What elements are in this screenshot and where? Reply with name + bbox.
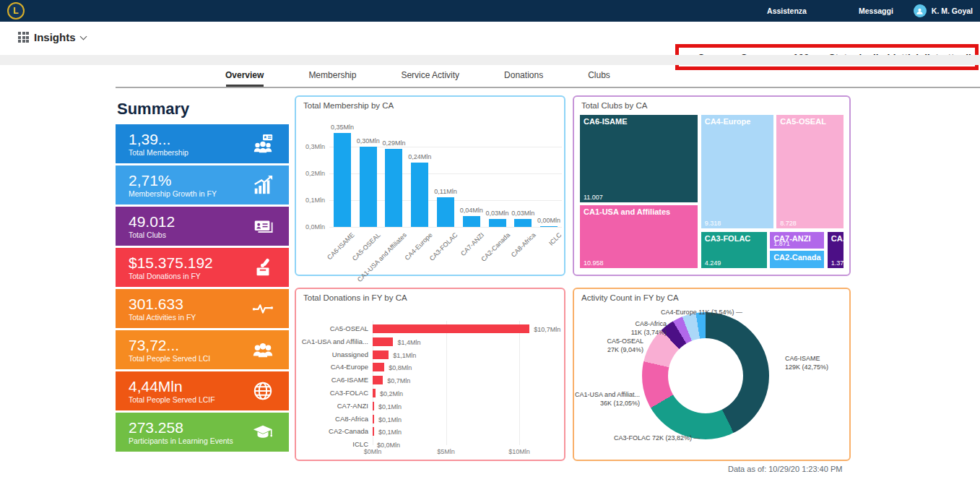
gray-strip [0,55,980,65]
bar-value-label: $0,1Mln [378,429,402,436]
treemap-tile-CA2-Canada[interactable]: CA2-Canada [769,250,825,269]
summary-card-learning-events[interactable]: 273.258 Participants in Learning Events [116,413,289,452]
card-value: 1,39... [129,131,188,147]
report-tabs: Overview Membership Service Activity Don… [225,70,610,80]
treemap-tile-CA4-Europe[interactable]: CA4-Europe9.318 [701,114,774,229]
bar-value-label: $1,4Mln [397,339,420,346]
people-group-icon [251,338,274,361]
tab-donations[interactable]: Donations [504,70,543,80]
tab-overview[interactable]: Overview [225,70,264,80]
donut-label: CA1-USA and Affiliat...36K (12,05%) [575,390,640,408]
card-value: 273.258 [129,419,233,436]
chart-title: Total Clubs by CA [581,101,647,110]
donut-hole [668,338,743,413]
tile-name: CA2-Canada [773,253,824,262]
insights-label: Insights [34,31,76,43]
card-value: 301.633 [129,296,196,312]
card-label: Participants in Learning Events [129,436,233,445]
bar-CA1-USA and Affilia...[interactable] [373,337,393,346]
donut-label: CA4-Europe 11K (3,54%) — [661,308,742,317]
donut-label: CA6-ISAME129K (42,75%) [785,354,828,371]
tile-name: CA1-USA and Affiliates [584,207,698,216]
gridline [519,321,520,445]
user-name[interactable]: K. M. Goyal [932,7,973,15]
summary-card-total-donations[interactable]: $15.375.192 Total Donations in FY [116,248,289,287]
bar-CA2-Canada[interactable] [373,427,374,436]
summary-card-total-activities[interactable]: 301.633 Total Activities in FY [116,289,289,328]
tile-value: 10.958 [584,259,604,267]
bar-CA6-ISAME[interactable] [373,376,383,384]
chart-title: Activity Count in FY by CA [581,293,679,302]
category-label: CA7-ANZI [299,402,368,410]
summary-card-people-served-lci[interactable]: 73,72... Total People Served LCI [116,330,289,369]
treemap-tile-CA1-USA and Affiliates[interactable]: CA1-USA and Affiliates10.958 [579,205,698,269]
summary-card-people-served-lcif[interactable]: 4,44Mln Total People Served LCIF [116,371,289,410]
bar-CA8-Africa[interactable] [514,219,532,227]
y-axis-tick: 0,3Mln [296,143,325,150]
bar-value-label: $0,1Mln [378,416,402,423]
x-axis-category: ICLC [547,231,563,247]
x-axis-category: CA8-Africa [510,231,537,259]
card-value: 2,71% [129,172,217,189]
lions-logo-icon[interactable]: L [7,2,25,20]
summary-card-membership-growth[interactable]: 2,71% Membership Growth in FY [116,165,289,205]
logo-letter: L [13,6,18,16]
assistenza-link[interactable]: Assistenza [767,7,807,15]
y-axis-tick: 0,0Mln [296,223,325,231]
category-label: ICLC [299,440,368,448]
card-value: $15.375.192 [129,254,213,271]
summary-card-total-clubs[interactable]: 49.012 Total Clubs [116,207,289,246]
tile-name: CA5-OSEAL [780,117,844,126]
card-label: Total Membership [129,148,188,157]
x-axis-tick: $0Mln [351,448,394,455]
activity-count-donut-chart[interactable]: Activity Count in FY by CA CA4-Europe 11… [573,288,851,461]
treemap-tile-CA7-ANZI[interactable]: CA7-ANZI1.871 [769,231,825,250]
bar-CA4-Europe[interactable] [411,163,428,227]
bar-CA5-OSEAL[interactable] [373,324,529,333]
growth-chart-icon [251,173,274,197]
card-label: Total Donations in FY [129,272,213,280]
summary-title: Summary [117,100,289,119]
bar-CA7-ANZI[interactable] [463,216,480,227]
summary-panel: Summary 1,39... Total Membership 2,71% M… [116,100,289,454]
bar-CA6-ISAME[interactable] [334,133,351,227]
bar-value-label: 0,29Mln [376,139,412,147]
tabs-divider [116,87,980,88]
bar-Unassigned[interactable] [373,350,389,359]
card-label: Total People Served LCIF [129,395,215,404]
tab-membership[interactable]: Membership [308,70,356,80]
bar-CA1-USA and Affiliates[interactable] [385,149,402,227]
clubs-by-ca-treemap[interactable]: Total Clubs by CA CA6-ISAME11.007CA1-USA… [573,95,851,276]
bar-CA5-OSEAL[interactable] [360,147,377,227]
tab-service-activity[interactable]: Service Activity [401,70,459,80]
grid-menu-icon [18,32,29,43]
bar-value-label: 0,00Mln [531,217,567,224]
insights-dropdown[interactable]: Insights [18,31,86,43]
treemap-tile-CA6-ISAME[interactable]: CA6-ISAME11.007 [579,114,698,203]
category-label: CA2-Canada [299,427,368,435]
gridline [446,321,447,445]
summary-card-total-membership[interactable]: 1,39... Total Membership [116,124,289,163]
bar-value-label: 0,11Mln [428,188,464,195]
bar-CA8-Africa[interactable] [373,415,374,423]
user-avatar-icon[interactable] [914,4,927,17]
donations-by-ca-chart[interactable]: Total Donations in FY by CA $0Mln$5Mln$1… [295,288,565,461]
bar-CA2-Canada[interactable] [489,219,506,227]
tab-clubs[interactable]: Clubs [588,70,610,80]
bar-value-label: 0,03Mln [505,210,541,217]
card-value: 4,44Mln [129,378,215,395]
messaggi-link[interactable]: Messaggi [859,7,893,15]
treemap-tile-CA5-OSEAL[interactable]: CA5-OSEAL8.728 [776,114,844,229]
treemap-tile-CA3-FOLAC[interactable]: CA3-FOLAC4.249 [701,231,768,269]
bar-CA4-Europe[interactable] [373,363,384,371]
globe-icon [251,379,274,403]
bar-CA3-FOLAC[interactable] [373,389,376,397]
bar-CA3-FOLAC[interactable] [437,197,454,227]
bar-value-label: $0,7Mln [387,377,410,384]
bar-ICLC[interactable] [540,226,558,228]
bar-CA7-ANZI[interactable] [373,402,374,410]
tile-value: 4.249 [705,259,721,267]
menu-bar: Insights Casa Campagna 100 Stato degli o… [0,22,980,55]
membership-by-ca-chart[interactable]: Total Membership by CA 0,0Mln0,1Mln0,2Ml… [295,95,565,276]
treemap-tile-CA8-Africa[interactable]: CA...1.372 [827,231,844,269]
